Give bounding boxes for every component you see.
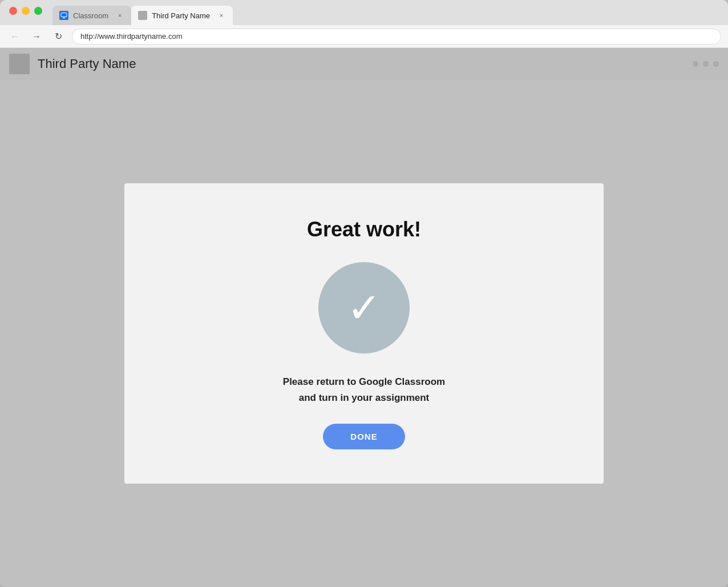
close-window-button[interactable] — [9, 7, 17, 15]
card-message-line1: Please return to Google Classroom — [283, 374, 445, 389]
card-title: Great work! — [307, 218, 421, 242]
tab-third-party-label: Third Party Name — [152, 11, 210, 20]
checkmark-icon: ✓ — [347, 287, 381, 328]
site-header: Third Party Name — [0, 48, 728, 80]
browser-window: Classroom × Third Party Name × ← → ↻ htt… — [0, 0, 728, 587]
card-message-line2: and turn in your assignment — [283, 390, 445, 405]
svg-rect-0 — [61, 13, 67, 17]
card-message: Please return to Google Classroom and tu… — [283, 374, 445, 405]
site-header-left: Third Party Name — [9, 54, 136, 74]
forward-button[interactable]: → — [29, 29, 45, 45]
tab-classroom-close[interactable]: × — [115, 11, 124, 20]
site-logo-icon — [9, 54, 30, 74]
dot-1 — [693, 61, 698, 67]
minimize-window-button[interactable] — [22, 7, 30, 15]
tab-classroom-label: Classroom — [73, 11, 108, 20]
site-title: Third Party Name — [38, 57, 136, 71]
completion-card: Great work! ✓ Please return to Google Cl… — [124, 183, 604, 483]
dot-3 — [713, 61, 719, 67]
third-party-favicon-icon — [138, 11, 147, 20]
title-bar: Classroom × Third Party Name × — [0, 0, 728, 25]
address-text: http://www.thirdpartyname.com — [80, 32, 182, 41]
reload-button[interactable]: ↻ — [50, 29, 66, 45]
tab-third-party-close[interactable]: × — [217, 11, 226, 20]
address-bar[interactable]: http://www.thirdpartyname.com — [72, 29, 721, 45]
dot-2 — [703, 61, 709, 67]
tab-classroom[interactable]: Classroom × — [52, 6, 131, 25]
page-content: Great work! ✓ Please return to Google Cl… — [0, 80, 728, 587]
checkmark-circle: ✓ — [318, 262, 410, 353]
traffic-lights — [9, 7, 42, 15]
classroom-favicon-icon — [59, 11, 68, 20]
maximize-window-button[interactable] — [34, 7, 42, 15]
address-bar-row: ← → ↻ http://www.thirdpartyname.com — [0, 25, 728, 48]
tab-third-party[interactable]: Third Party Name × — [131, 6, 233, 25]
site-header-menu-dots[interactable] — [693, 61, 719, 67]
back-button[interactable]: ← — [7, 29, 23, 45]
done-button[interactable]: DONE — [323, 424, 405, 449]
